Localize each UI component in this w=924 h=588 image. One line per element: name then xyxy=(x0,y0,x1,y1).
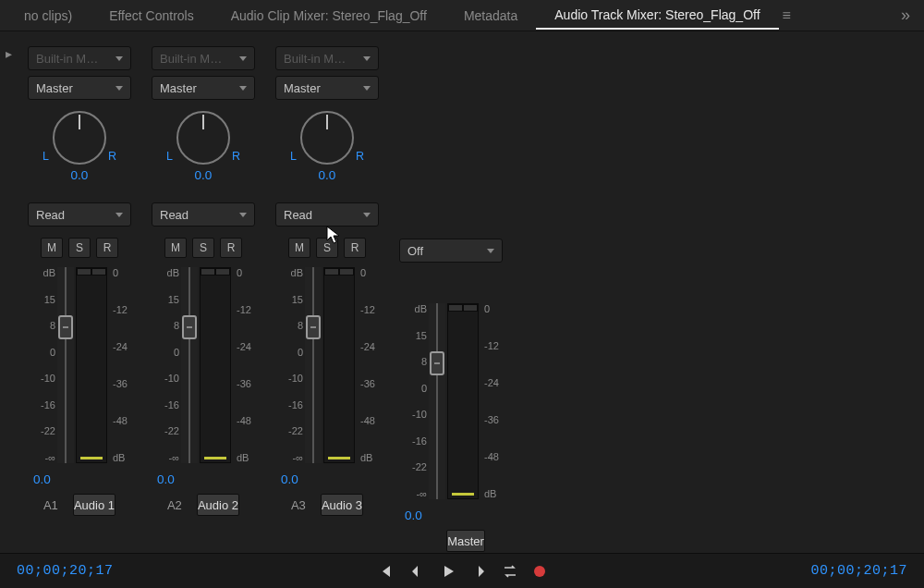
fader-scale: dB 158 0-10 -16-22 -∞ xyxy=(399,303,429,499)
pan-value-a2[interactable]: 0.0 xyxy=(166,168,240,182)
pan-left-label: L xyxy=(290,150,297,163)
chevron-down-icon xyxy=(239,56,247,61)
chevron-down-icon xyxy=(487,249,494,253)
pan-knob-a1[interactable] xyxy=(53,111,106,165)
record-icon[interactable] xyxy=(534,566,545,577)
input-select-label: Built-in M… xyxy=(160,52,222,66)
chevron-down-icon xyxy=(116,213,123,217)
output-select-label: Master xyxy=(36,81,73,95)
track-strip-master: Off dB 158 0-10 -16-22 -∞ 0-12 -24-36 -4… xyxy=(392,46,510,552)
fader-value-master[interactable]: 0.0 xyxy=(405,508,422,522)
fader-value-a1[interactable]: 0.0 xyxy=(33,472,51,486)
record-enable-button-a1[interactable]: R xyxy=(96,238,118,258)
automation-mode-select-a2[interactable]: Read xyxy=(152,202,255,227)
mixer-panel: Built-in M… Master L R 0.0 Read M S R dB xyxy=(0,31,924,559)
chevron-down-icon xyxy=(116,56,123,61)
fader-handle-a3[interactable] xyxy=(306,315,321,339)
output-select-a3[interactable]: Master xyxy=(275,76,379,100)
step-forward-icon[interactable] xyxy=(471,565,486,578)
chevron-down-icon xyxy=(363,56,371,61)
meter-scale: 0-12 -24-36 -48dB xyxy=(355,267,379,463)
pan-value-a3[interactable]: 0.0 xyxy=(290,168,364,182)
automation-mode-select-a3[interactable]: Read xyxy=(275,202,379,227)
timecode-in[interactable]: 00;00;20;17 xyxy=(17,563,114,579)
tab-audio-clip-mixer[interactable]: Audio Clip Mixer: Stereo_Flag_Off xyxy=(213,3,445,29)
track-strip-a2: Built-in M… Master L R 0.0 Read M S R dB xyxy=(144,46,262,552)
output-select-a2[interactable]: Master xyxy=(152,76,255,100)
step-back-icon[interactable] xyxy=(410,565,425,578)
tab-audio-track-mixer[interactable]: Audio Track Mixer: Stereo_Flag_Off xyxy=(536,2,778,30)
fader-scale: dB 15 8 0 -10 -16 -22 -∞ xyxy=(28,267,57,463)
track-id-a3: A3 xyxy=(291,498,315,512)
pan-value-a1[interactable]: 0.0 xyxy=(43,168,116,182)
tab-source[interactable]: no clips) xyxy=(6,3,91,29)
output-select-label: Master xyxy=(284,81,321,95)
chevron-down-icon xyxy=(239,86,247,91)
solo-button-a1[interactable]: S xyxy=(68,238,91,258)
level-meter-a1 xyxy=(76,267,107,463)
mute-button-a1[interactable]: M xyxy=(41,238,63,258)
fader-handle-master[interactable] xyxy=(430,351,444,375)
tab-overflow-icon[interactable]: » xyxy=(892,6,918,25)
tab-effect-controls[interactable]: Effect Controls xyxy=(91,3,213,29)
pan-right-label: R xyxy=(356,150,364,163)
level-meter-a2 xyxy=(200,267,231,463)
output-select-label: Master xyxy=(160,81,197,95)
mute-button-a2[interactable]: M xyxy=(164,238,187,258)
fader-a2[interactable] xyxy=(181,267,198,463)
automation-mode-select-a1[interactable]: Read xyxy=(28,202,131,227)
chevron-down-icon xyxy=(363,213,371,217)
loop-icon[interactable] xyxy=(503,565,517,578)
input-select-label: Built-in M… xyxy=(284,52,346,66)
fader-scale: dB 158 0-10 -16-22 -∞ xyxy=(275,267,305,463)
fader-master[interactable] xyxy=(429,303,445,499)
pan-right-label: R xyxy=(232,150,240,163)
automation-mode-label: Read xyxy=(160,208,188,222)
record-enable-button-a3[interactable]: R xyxy=(344,238,366,258)
expand-effects-arrow-icon[interactable]: ▸ xyxy=(6,46,12,61)
pan-knob-a2[interactable] xyxy=(176,111,230,165)
solo-button-a3[interactable]: S xyxy=(316,238,338,258)
fader-a1[interactable] xyxy=(57,267,74,463)
meter-scale: 0-12 -24-36 -48dB xyxy=(479,303,503,499)
input-select-a2[interactable]: Built-in M… xyxy=(152,46,255,70)
input-select-label: Built-in M… xyxy=(36,52,98,66)
output-select-a1[interactable]: Master xyxy=(28,76,131,100)
play-icon[interactable] xyxy=(442,565,455,578)
chevron-down-icon xyxy=(116,86,123,91)
level-meter-a3 xyxy=(323,267,355,463)
track-name-a3[interactable]: Audio 3 xyxy=(321,494,363,516)
level-meter-master xyxy=(447,303,479,499)
automation-mode-select-master[interactable]: Off xyxy=(399,239,503,263)
pan-knob-a3[interactable] xyxy=(300,111,354,165)
mute-button-a3[interactable]: M xyxy=(288,238,310,258)
track-name-master[interactable]: Master xyxy=(446,530,485,552)
input-select-a3[interactable]: Built-in M… xyxy=(275,46,379,70)
track-name-a1[interactable]: Audio 1 xyxy=(73,494,116,516)
track-strip-a3: Built-in M… Master L R 0.0 Read M S R dB xyxy=(268,46,386,552)
pan-control-a3: L R 0.0 xyxy=(290,111,364,182)
fader-a3[interactable] xyxy=(305,267,322,463)
tab-bar: no clips) Effect Controls Audio Clip Mix… xyxy=(0,0,924,31)
pan-left-label: L xyxy=(166,150,173,163)
fader-handle-a2[interactable] xyxy=(182,315,197,339)
chevron-down-icon xyxy=(239,213,247,217)
solo-button-a2[interactable]: S xyxy=(192,238,214,258)
chevron-down-icon xyxy=(363,86,371,91)
track-id-a2: A2 xyxy=(167,498,191,512)
meter-scale: 0 -12 -24 -36 -48 dB xyxy=(107,267,131,463)
fader-value-a2[interactable]: 0.0 xyxy=(157,472,175,486)
go-to-in-point-icon[interactable] xyxy=(379,565,394,578)
record-enable-button-a2[interactable]: R xyxy=(220,238,242,258)
panel-menu-icon[interactable]: ≡ xyxy=(783,7,791,24)
fader-value-a3[interactable]: 0.0 xyxy=(281,472,298,486)
input-select-a1[interactable]: Built-in M… xyxy=(28,46,131,70)
track-strip-a1: Built-in M… Master L R 0.0 Read M S R dB xyxy=(20,46,139,552)
automation-mode-label: Off xyxy=(407,244,423,258)
fader-handle-a1[interactable] xyxy=(58,315,73,339)
track-name-a2[interactable]: Audio 2 xyxy=(197,494,239,516)
pan-right-label: R xyxy=(108,150,116,163)
transport-footer: 00;00;20;17 00;00;20;17 xyxy=(0,553,924,588)
timecode-out[interactable]: 00;00;20;17 xyxy=(810,563,907,579)
tab-metadata[interactable]: Metadata xyxy=(445,3,536,29)
